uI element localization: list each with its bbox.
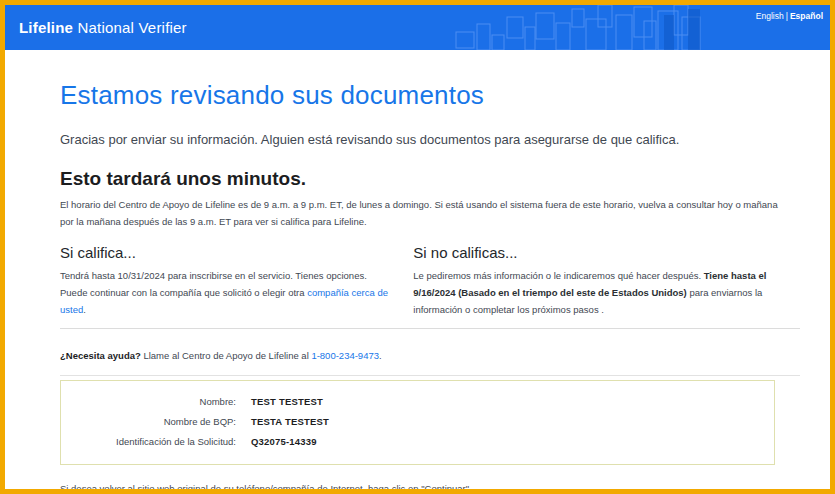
name-label: Nombre: (61, 396, 236, 407)
help-text: Llame al Centro de Apoyo de Lifeline al (141, 350, 312, 361)
qualification-columns: Si califica... Tendrá hasta 10/31/2024 p… (60, 244, 790, 318)
return-note: Si desea volver al sitio web original de… (60, 483, 790, 494)
if-qualify-column: Si califica... Tendrá hasta 10/31/2024 p… (60, 244, 395, 318)
section-divider (60, 328, 800, 329)
brand-logo-bold: Lifeline (19, 19, 73, 36)
if-not-qualify-heading: Si no calificas... (413, 244, 790, 261)
main-content: Estamos revisando sus documentos Gracias… (5, 50, 830, 494)
if-qualify-heading: Si califica... (60, 244, 395, 261)
lifeline-verifier-page: { "header": { "brand_bold": "Lifeline", … (0, 0, 835, 494)
language-separator: | (786, 11, 788, 21)
if-qualify-text-end: . (83, 304, 86, 315)
if-qualify-text: Tendrá hasta 10/31/2024 para inscribirse… (60, 267, 395, 318)
application-id-value: Q32075-14339 (251, 436, 317, 447)
application-details-box: Nombre: TEST TESTEST Nombre de BQP: TEST… (60, 380, 775, 465)
language-switcher: English|Español (756, 11, 823, 21)
if-not-qualify-text: Le pediremos más información o le indica… (413, 267, 790, 318)
wait-heading: Esto tardará unos minutos. (60, 168, 790, 190)
language-spanish-link[interactable]: Español (790, 11, 823, 21)
intro-text: Gracias por enviar su información. Algui… (60, 132, 790, 147)
support-hours-text: El horario del Centro de Apoyo de Lifeli… (60, 197, 790, 230)
language-english-link[interactable]: English (756, 11, 784, 21)
bqp-name-label: Nombre de BQP: (61, 416, 236, 427)
application-id-label: Identificación de la Solicitud: (61, 436, 236, 447)
help-line: ¿Necesita ayuda? Llame al Centro de Apoy… (60, 350, 790, 361)
help-period: . (379, 350, 382, 361)
help-question: ¿Necesita ayuda? (60, 350, 141, 361)
brand-logo-rest: National Verifier (73, 19, 187, 36)
detail-row-name: Nombre: TEST TESTEST (61, 392, 774, 412)
if-not-qualify-text-start: Le pediremos más información o le indica… (413, 270, 703, 281)
page-title: Estamos revisando sus documentos (60, 80, 790, 111)
help-divider (60, 375, 800, 376)
bqp-name-value: TESTA TESTEST (251, 416, 329, 427)
support-phone-link[interactable]: 1-800-234-9473 (311, 350, 379, 361)
name-value: TEST TESTEST (251, 396, 323, 407)
detail-row-application-id: Identificación de la Solicitud: Q32075-1… (61, 432, 774, 452)
app-header: Lifeline National Verifier English|Españ… (5, 5, 830, 50)
header-blocks-decoration-icon (450, 5, 715, 50)
if-not-qualify-column: Si no calificas... Le pediremos más info… (413, 244, 790, 318)
brand-logo[interactable]: Lifeline National Verifier (19, 19, 187, 36)
detail-row-bqp-name: Nombre de BQP: TESTA TESTEST (61, 412, 774, 432)
